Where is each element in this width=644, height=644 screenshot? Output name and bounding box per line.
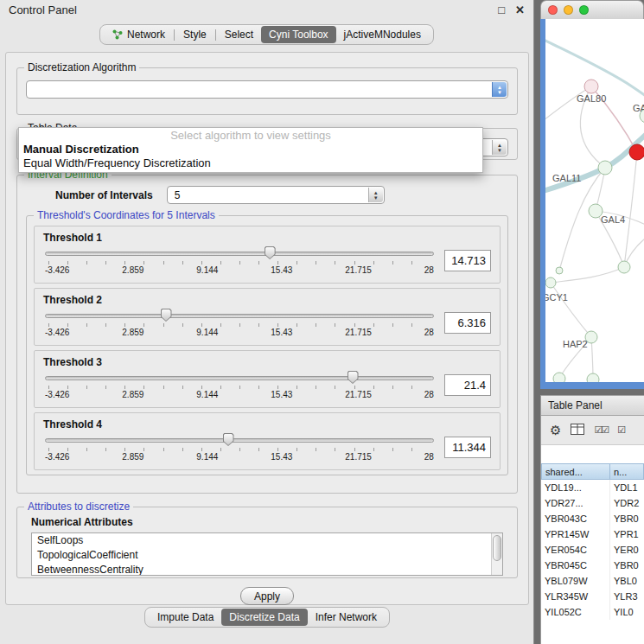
network-node[interactable]	[553, 373, 565, 382]
tab-network[interactable]: Network	[105, 26, 173, 43]
column-header-name[interactable]: n...	[610, 463, 644, 480]
minimize-traffic-light-icon[interactable]	[564, 5, 573, 15]
cell-shared-name[interactable]: YBR043C	[541, 511, 610, 526]
threshold-value-field[interactable]	[444, 250, 491, 271]
top-tab-bar: Network Style Select Cyni Toolbox jActiv…	[0, 24, 533, 45]
table-row[interactable]: YDL19...YDL1	[541, 480, 644, 495]
network-node-selected-red[interactable]	[629, 144, 644, 160]
combobox-stepper-icon[interactable]: ▲ ▼	[492, 140, 507, 155]
slider-thumb[interactable]	[348, 371, 359, 384]
threshold-panel-4: Threshold 4 -3.426 2.859 9.144	[34, 412, 501, 470]
list-item[interactable]: TopologicalCoefficient	[32, 548, 502, 563]
cell-shared-name[interactable]: YDL19...	[541, 480, 610, 495]
threshold-slider[interactable]	[45, 371, 434, 385]
tab-impute-data[interactable]: Impute Data	[150, 609, 221, 626]
table-row[interactable]: YER054CYER0	[541, 542, 644, 558]
settings-gear-icon[interactable]: ⚙	[550, 424, 561, 437]
float-window-icon[interactable]: □	[498, 3, 505, 16]
select-rows-icon[interactable]: ☑	[617, 425, 624, 435]
table-row[interactable]: YPR145WYPR1	[541, 526, 644, 542]
zoom-traffic-light-icon[interactable]	[579, 5, 589, 15]
cell-name[interactable]: YBR0	[610, 558, 644, 573]
table-row[interactable]: YBR045CYBR0	[541, 558, 644, 573]
close-traffic-light-icon[interactable]	[548, 5, 558, 15]
network-node-gal80[interactable]	[584, 80, 598, 93]
slider-track[interactable]	[45, 438, 434, 443]
algorithm-combobox[interactable]: ▲ ▼	[26, 80, 508, 99]
cell-name[interactable]: YIL0	[610, 604, 644, 620]
arrow-down-icon: ▼	[497, 148, 502, 153]
slider-track[interactable]	[45, 376, 434, 380]
scrollbar-thumb[interactable]	[493, 535, 501, 561]
network-node[interactable]	[556, 267, 563, 274]
apply-button[interactable]: Apply	[240, 587, 294, 605]
attributes-list[interactable]: SelfLoops TopologicalCoefficient Between…	[31, 532, 503, 576]
columns-chooser-icon[interactable]	[571, 424, 584, 437]
tab-style[interactable]: Style	[175, 26, 214, 43]
number-of-intervals-combobox[interactable]: 5 ▲ ▼	[167, 186, 385, 204]
cell-name[interactable]: YBR0	[610, 511, 644, 526]
scale-tick-label: 9.144	[196, 390, 218, 399]
cell-shared-name[interactable]: YBR045C	[541, 558, 610, 573]
list-scrollbar[interactable]	[491, 533, 502, 575]
threshold-value-field[interactable]	[444, 312, 491, 334]
cell-shared-name[interactable]: YER054C	[541, 542, 610, 558]
slider-ticks	[48, 386, 430, 389]
slider-thumb[interactable]	[223, 433, 234, 446]
network-canvas[interactable]: GAL80 GAL11 GAL4 GCY1 HAP2 GA	[545, 19, 644, 382]
combobox-stepper-icon[interactable]: ▲ ▼	[492, 82, 507, 97]
network-node[interactable]	[618, 261, 630, 273]
tab-jactivemnodules[interactable]: jActiveMNodules	[336, 26, 429, 43]
list-item[interactable]: BetweennessCentrality	[32, 563, 502, 576]
cell-shared-name[interactable]: YBL079W	[541, 573, 610, 589]
close-window-icon[interactable]: ✕	[515, 3, 525, 16]
table-row[interactable]: YBR043CYBR0	[541, 511, 644, 526]
network-graph	[545, 19, 644, 382]
combobox-stepper-icon[interactable]: ▲ ▼	[368, 188, 383, 202]
slider-track[interactable]	[45, 252, 434, 256]
network-node-gcy1[interactable]	[545, 277, 556, 288]
cell-name[interactable]: YLR3	[610, 589, 644, 604]
cell-name[interactable]: YDR2	[610, 495, 644, 511]
dropdown-item-equal-width-frequency[interactable]: Equal Width/Frequency Discretization	[19, 156, 482, 170]
select-all-rows-icon[interactable]: ☑☑	[594, 425, 608, 435]
tab-cyni-toolbox[interactable]: Cyni Toolbox	[261, 26, 335, 43]
number-of-intervals-value: 5	[175, 189, 181, 201]
tab-discretize-data[interactable]: Discretize Data	[221, 609, 307, 626]
threshold-value-field[interactable]	[444, 437, 491, 458]
dropdown-item-manual-discretization[interactable]: Manual Discretization	[19, 143, 482, 156]
slider-thumb[interactable]	[265, 246, 276, 259]
tab-infer-network[interactable]: Infer Network	[308, 609, 385, 626]
cell-shared-name[interactable]: YLR345W	[541, 589, 610, 604]
cell-name[interactable]: YPR1	[610, 526, 644, 542]
cell-name[interactable]: YDL1	[610, 480, 644, 495]
cell-shared-name[interactable]: YDR27...	[541, 495, 610, 511]
scale-tick-label: 15.43	[271, 265, 292, 275]
threshold-label: Threshold 4	[43, 418, 500, 430]
network-node[interactable]	[587, 373, 599, 382]
table-row[interactable]: YIL052CYIL0	[541, 604, 644, 620]
cell-name[interactable]: YER0	[610, 542, 644, 558]
cell-name[interactable]: YBL0	[610, 573, 644, 589]
threshold-slider[interactable]	[45, 309, 434, 322]
cell-shared-name[interactable]: YIL052C	[541, 604, 610, 620]
slider-ticks	[48, 448, 430, 451]
list-item[interactable]: SelfLoops	[32, 533, 502, 548]
table-row[interactable]: YLR345WYLR3	[541, 589, 644, 604]
arrow-down-icon: ▼	[497, 90, 502, 95]
slider-track[interactable]	[45, 314, 434, 318]
threshold-value-field[interactable]	[444, 374, 491, 396]
slider-scale: -3.426 2.859 9.144 15.43 21.715 28	[45, 265, 434, 275]
slider-thumb[interactable]	[161, 309, 172, 322]
table-row[interactable]: YBL079WYBL0	[541, 573, 644, 589]
control-panel-titlebar: Control Panel □ ✕	[0, 0, 533, 19]
tab-separator	[215, 29, 216, 41]
threshold-slider[interactable]	[45, 433, 434, 447]
threshold-slider[interactable]	[45, 246, 434, 260]
node-label-gal11: GAL11	[552, 173, 581, 183]
column-header-shared-name[interactable]: shared...	[541, 463, 610, 480]
cell-shared-name[interactable]: YPR145W	[541, 526, 610, 542]
table-row[interactable]: YDR27...YDR2	[541, 495, 644, 511]
network-node-gal11[interactable]	[598, 161, 612, 175]
tab-select[interactable]: Select	[217, 26, 261, 43]
